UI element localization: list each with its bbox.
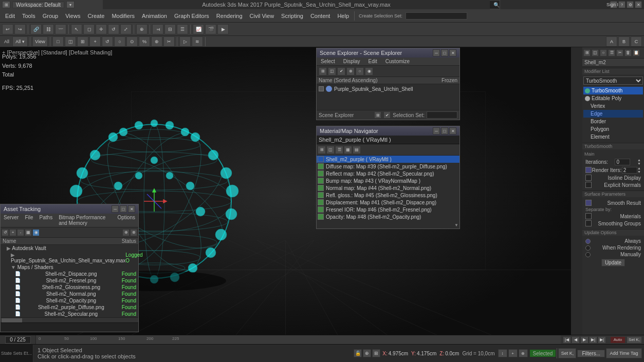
mod-item-polygon[interactable]: Polygon — [583, 125, 643, 133]
se-menu-select[interactable]: Select — [317, 58, 339, 65]
timeline-track[interactable]: 0 50 100 150 200 225 — [36, 335, 561, 344]
at-menu-options[interactable]: Options — [115, 214, 138, 227]
mat-item-root[interactable]: Shell_m2_purple ( VRayMtl ) — [317, 156, 459, 163]
at-tool-icon2[interactable]: ◉ — [32, 229, 40, 236]
se-tool6[interactable]: ◉ — [365, 67, 373, 75]
snap-btn[interactable]: ⊕ — [363, 349, 371, 357]
scene-explorer-close[interactable]: ✕ — [449, 49, 456, 56]
transport-play[interactable]: ▶ — [580, 336, 588, 344]
se-menu-customize[interactable]: Customize — [381, 58, 414, 65]
at-tool-icon1[interactable]: ▦ — [25, 229, 32, 236]
transport-next-frame[interactable]: ▶| — [589, 336, 597, 344]
ts-render-iters-input[interactable] — [622, 167, 637, 174]
mat-tool3[interactable]: ☰ — [335, 146, 343, 154]
scene-explorer-minimize[interactable]: ─ — [433, 49, 440, 56]
app-icon[interactable]: ⊞ — [2, 1, 10, 8]
quick-render-btn[interactable]: ▶ — [217, 24, 229, 34]
mod-item-turbosmooth[interactable]: TurboSmooth — [583, 87, 643, 94]
mat-maximize[interactable]: □ — [441, 127, 448, 135]
set-k-btn[interactable]: Set K, — [558, 348, 576, 358]
mat-tool4[interactable]: ▦ — [344, 146, 352, 154]
graph-editors-btn[interactable]: 📈 — [193, 24, 204, 34]
menu-help[interactable]: Help — [334, 13, 352, 19]
mod-item-border[interactable]: Border — [583, 118, 643, 125]
mat-minimize[interactable]: ─ — [433, 127, 440, 135]
menu-edit[interactable]: Edit — [2, 13, 18, 19]
mat-close[interactable]: ✕ — [449, 127, 456, 135]
mat-item-5[interactable]: Refl. gloss.: Map #45 (Shell-m2_Glossine… — [317, 192, 459, 199]
se-selection-set-input[interactable] — [427, 111, 457, 119]
scene-item-name[interactable]: Purple_Sputnik_Sea_Urchin_Shell — [334, 86, 413, 92]
undo-btn[interactable]: ↩ — [2, 24, 13, 34]
se-tool1[interactable]: ⊞ — [319, 67, 327, 75]
panel-icon5[interactable]: ✂ — [616, 49, 623, 56]
at-row-dispace[interactable]: 📄 Shell-m2_Dispace.png Found — [1, 271, 138, 277]
select-region-btn[interactable]: ◻ — [83, 24, 95, 34]
icon12[interactable]: ≋ — [192, 36, 203, 47]
ts-smoothing-groups-checkbox[interactable] — [585, 220, 592, 226]
mirror-btn[interactable]: ⫤ — [152, 24, 163, 34]
icon11[interactable]: ▷ — [179, 36, 191, 47]
at-tool-right2[interactable]: ⊗ — [130, 229, 137, 236]
scene-item-checkbox[interactable] — [319, 86, 324, 91]
vp-nav1[interactable]: ↕ — [498, 349, 507, 357]
panel-icon6[interactable]: 🗑 — [624, 49, 632, 56]
menu-create[interactable]: Create — [84, 13, 107, 19]
at-row-normal[interactable]: 📄 Shell-m2_Normal.png Found — [1, 291, 138, 297]
auto-key-btn[interactable]: Auto — [610, 336, 625, 344]
se-footer-icon[interactable]: ⊞ — [374, 111, 381, 119]
mod-item-editable-poly[interactable]: Editable Poly — [583, 94, 643, 102]
set-key-btn[interactable]: Set K, — [627, 336, 642, 344]
selection-set-input[interactable] — [406, 12, 467, 20]
transport-prev-frame[interactable]: ◀ — [572, 336, 580, 344]
mat-tool5[interactable]: ▤ — [353, 146, 361, 154]
at-row-vault[interactable]: ▶ Autodesk Vault — [1, 245, 138, 252]
add-time-tag-btn[interactable]: Add Time Tag — [606, 348, 642, 358]
frame-counter[interactable] — [5, 336, 31, 344]
icon15[interactable]: C — [631, 36, 642, 47]
ts-when-rendering-radio[interactable] — [585, 245, 591, 251]
scale-btn[interactable]: ⤢ — [120, 24, 132, 34]
se-tool2[interactable]: ◫ — [328, 67, 336, 75]
at-row-opacity[interactable]: 📄 Shell-m2_Opacity.png Found — [1, 297, 138, 304]
redo-btn[interactable]: ↪ — [14, 24, 26, 34]
unlink-btn[interactable]: ⛓ — [43, 24, 54, 34]
ts-ri-up[interactable]: ▲ — [637, 166, 641, 170]
ts-manually-radio[interactable] — [585, 252, 591, 257]
workspace-dropdown[interactable]: ▾ — [66, 1, 75, 8]
reference-coord-btn[interactable]: ⊕ — [136, 24, 148, 34]
icon4[interactable]: + — [89, 36, 101, 47]
panel-icon1[interactable]: ⊞ — [583, 49, 591, 56]
icon3[interactable]: ⊞ — [77, 36, 88, 47]
at-tool-remove[interactable]: - — [17, 229, 24, 236]
modifier-list-dropdown[interactable]: TurboSmooth — [582, 75, 644, 86]
menu-group[interactable]: Group — [40, 13, 62, 19]
vp-nav3[interactable]: ⊕ — [519, 349, 528, 357]
menu-rendering[interactable]: Rendering — [213, 13, 246, 19]
mat-item-6[interactable]: Displacement: Map #41 (Shell-m2_Dispace.… — [317, 199, 459, 206]
icon14[interactable]: B — [618, 36, 630, 47]
scene-explorer-maximize[interactable]: □ — [441, 49, 448, 56]
transport-go-end[interactable]: ▶| — [598, 336, 606, 344]
mat-item-2[interactable]: Reflect map: Map #42 (Shell-m2_Specular.… — [317, 170, 459, 177]
all-filter-btn[interactable]: All ▾ — [12, 36, 28, 47]
settings-icon[interactable]: ⚙ — [627, 1, 634, 8]
close-icon[interactable]: ✕ — [635, 1, 642, 8]
view-btn[interactable]: View — [32, 36, 48, 47]
icon6[interactable]: ○ — [114, 36, 125, 47]
ts-iterations-spinner[interactable]: ▲ ▼ — [637, 158, 641, 165]
rotate-btn[interactable]: ↺ — [108, 24, 119, 34]
menu-scripting[interactable]: Scripting — [278, 13, 306, 19]
ts-render-iters-checkbox[interactable] — [585, 167, 592, 173]
at-row-specular[interactable]: 📄 Shell-m2_Specular.png Found — [1, 311, 138, 317]
mat-item-3[interactable]: Bump map: Map #43 ( VRayNormalMap ) — [317, 177, 459, 184]
at-maximize[interactable]: □ — [120, 205, 127, 213]
at-close[interactable]: ✕ — [128, 205, 135, 213]
mat-scroll-down[interactable]: ▼ — [317, 220, 459, 228]
at-tool-refresh[interactable]: ↺ — [2, 229, 9, 236]
at-menu-paths[interactable]: Paths — [36, 214, 56, 227]
icon2[interactable]: ◫ — [65, 36, 76, 47]
icon10[interactable]: ✂ — [163, 36, 175, 47]
at-row-fresnel[interactable]: 📄 Shell-m2_Fresnel.png Found — [1, 277, 138, 284]
mat-item-4[interactable]: Normal map: Map #44 (Shell-m2_Normal.png… — [317, 184, 459, 192]
